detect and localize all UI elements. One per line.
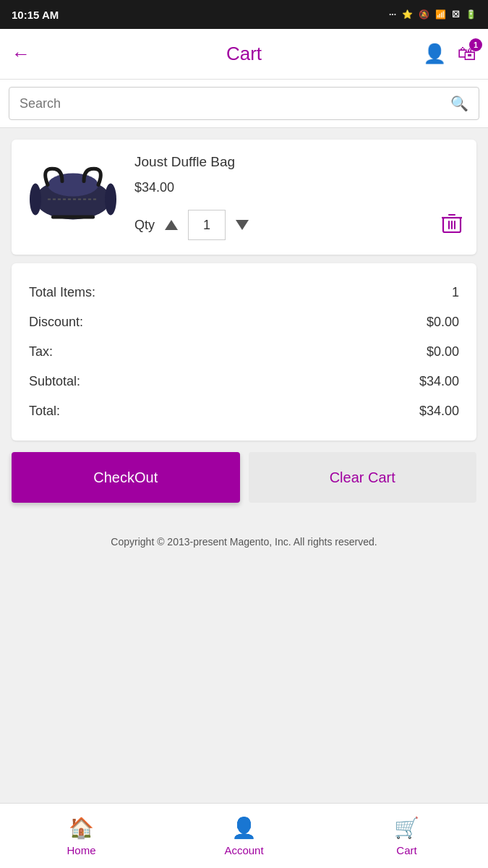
qty-row: Qty 1 [134,210,462,240]
mute-icon: 🔕 [419,9,429,20]
nav-cart-label: Cart [396,844,416,856]
summary-card: Total Items: 1 Discount: $0.00 Tax: $0.0… [12,263,476,441]
arrow-down-icon [236,220,249,230]
qty-label: Qty [134,218,155,233]
discount-value: $0.00 [427,315,459,330]
product-price: $34.00 [134,180,462,195]
nav-home[interactable]: 🏠 Home [0,804,163,868]
product-name: Joust Duffle Bag [134,154,462,170]
tax-value: $0.00 [427,344,459,359]
cart-item-card: Joust Duffle Bag $34.00 Qty 1 [12,140,476,255]
svg-point-1 [48,174,98,197]
status-time: 10:15 AM [12,9,59,21]
account-icon: 👤 [231,816,257,840]
wifi-icon: 📶 [435,9,446,20]
delete-item-button[interactable] [442,212,462,238]
tax-row: Tax: $0.00 [29,337,459,367]
subtotal-value: $34.00 [419,374,459,389]
tax-label: Tax: [29,344,53,359]
svg-point-3 [30,184,41,216]
qty-increase-button[interactable] [162,217,181,233]
product-image [26,154,120,234]
dots-icon: ··· [389,9,396,20]
footer-copyright: Copyright © 2013-present Magento, Inc. A… [12,514,476,562]
nav-account[interactable]: 👤 Account [163,804,325,868]
page-title: Cart [226,43,262,65]
checkout-button[interactable]: CheckOut [12,452,240,503]
bottom-spacer [12,562,476,649]
battery-icon: 🔋 [466,9,476,20]
search-bar-wrapper: 🔍 [0,80,488,128]
action-buttons: CheckOut Clear Cart [12,452,476,503]
total-value: $34.00 [419,404,459,419]
cart-badge: 1 [469,38,482,51]
back-button[interactable]: ← [12,43,30,65]
total-items-label: Total Items: [29,285,95,300]
discount-label: Discount: [29,315,83,330]
qty-decrease-button[interactable] [233,217,252,233]
svg-point-4 [105,184,116,216]
bottom-nav: 🏠 Home 👤 Account 🛒 Cart [0,803,488,868]
user-icon[interactable]: 👤 [423,43,446,65]
status-icons: ··· ⭐ 🔕 📶 ☒ 🔋 [389,9,476,20]
header-icons: 👤 🛍 1 [423,43,476,65]
nav-cart[interactable]: 🛒 Cart [325,804,488,868]
cart-item-details: Joust Duffle Bag $34.00 Qty 1 [134,154,462,240]
total-items-row: Total Items: 1 [29,278,459,307]
clear-cart-button[interactable]: Clear Cart [249,452,477,503]
discount-row: Discount: $0.00 [29,307,459,337]
cart-icon-wrapper[interactable]: 🛍 1 [458,43,476,65]
home-icon: 🏠 [69,816,94,840]
subtotal-label: Subtotal: [29,374,80,389]
total-row: Total: $34.00 [29,396,459,426]
nav-cart-icon: 🛒 [394,816,419,840]
search-bar: 🔍 [9,87,479,120]
subtotal-row: Subtotal: $34.00 [29,367,459,396]
nav-account-label: Account [224,844,263,856]
search-icon[interactable]: 🔍 [450,95,468,112]
qty-value: 1 [188,210,226,240]
total-items-value: 1 [452,285,459,300]
x-icon: ☒ [452,9,460,20]
main-content: Joust Duffle Bag $34.00 Qty 1 [0,128,488,660]
search-input[interactable] [20,96,450,111]
cart-item-inner: Joust Duffle Bag $34.00 Qty 1 [26,154,462,240]
nav-home-label: Home [67,844,95,856]
status-bar: 10:15 AM ··· ⭐ 🔕 📶 ☒ 🔋 [0,0,488,29]
header: ← Cart 👤 🛍 1 [0,29,488,80]
bluetooth-icon: ⭐ [402,9,413,20]
total-label: Total: [29,404,60,419]
svg-rect-5 [51,216,95,219]
arrow-up-icon [165,220,178,230]
